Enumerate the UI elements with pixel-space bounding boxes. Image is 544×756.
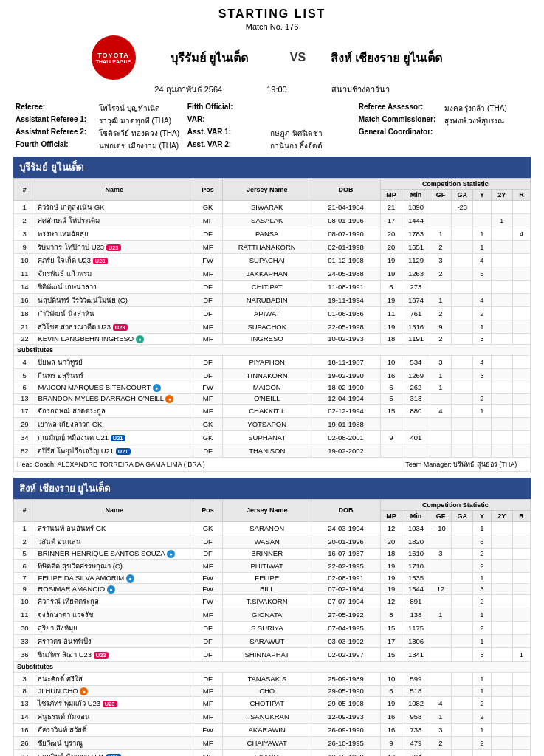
player-ga [452, 281, 473, 294]
player-min: 1820 [402, 535, 430, 548]
fourth-value: นพกเตช เมืองงาม (THA) [97, 140, 185, 152]
player-name: พิษิตติต สุขวิตศรรษกุณา (C) [35, 559, 193, 572]
player-2y [491, 572, 512, 583]
match-header: TOYOTA THAI LEAGUE บุรีรัมย์ ยูไนเต็ด VS… [13, 35, 531, 80]
match-info: 24 กุมภาพันธ์ 2564 19:00 สนามช้างอาร์นา [13, 83, 531, 96]
match-time: 19:00 [266, 85, 287, 94]
player-ga [452, 572, 473, 583]
col-gf-header2: GF [430, 510, 451, 521]
player-name: ชิติพัฒน์ เกษนาลาง [35, 281, 193, 294]
player-r [512, 241, 530, 254]
sub-num: 5 [14, 368, 35, 382]
player-name: KEVIN LANGBEHN INGRESO ● [35, 334, 193, 345]
sub-jersey: T.SANUKRAN [223, 709, 311, 723]
sub-gf [430, 417, 451, 430]
player-name: สุวิโชค สาธรณาดีต U23 U23 [35, 320, 193, 334]
player-min: 1444 [402, 214, 430, 227]
player-pos: FW [193, 583, 223, 594]
player-jersey: T.SIVAKORN [223, 594, 311, 608]
sub-min: 1269 [402, 368, 430, 382]
player-mp: 17 [380, 214, 402, 227]
player-y: 2 [473, 621, 491, 634]
player-ga [452, 254, 473, 267]
sub-dob: 25-09-1989 [311, 672, 380, 685]
sub-y: 2 [473, 709, 491, 723]
player-y: 1 [473, 227, 491, 241]
sub-player-row: 8 JI HUN CHO ● MF CHO 29-05-1990 6 518 1 [14, 685, 531, 696]
sub-name: อปิรัส โพยุปกีจเจริญ U21 U21 [35, 444, 193, 457]
player-min: 1890 [402, 201, 430, 214]
sub-y [473, 444, 491, 457]
sub-num: 14 [14, 709, 35, 723]
player-dob: 08-07-1990 [311, 227, 380, 241]
player-row: 10 ศิวกรณ์ เที่ยดตระกูล FW T.SIVAKORN 07… [14, 594, 531, 608]
player-row: 22 KEVIN LANGBEHN INGRESO ● MF INGRESO 1… [14, 334, 531, 345]
sub-ga [452, 404, 473, 417]
player-name: ศศลักษณ์ โห่ประเดิม [35, 214, 193, 227]
sub-gf: 1 [430, 368, 451, 382]
player-ga [452, 227, 473, 241]
player-jersey: PANSA [223, 227, 311, 241]
col-num-header2: # [14, 499, 35, 521]
sub-r [512, 749, 530, 756]
player-mp: 20 [380, 241, 402, 254]
sub-pos: MF [193, 696, 223, 709]
player-num: 10 [14, 254, 35, 267]
player-min: 1710 [402, 559, 430, 572]
player-num: 1 [14, 201, 35, 214]
player-ga: -23 [452, 201, 473, 214]
player-ga [452, 267, 473, 281]
sub-mp: 15 [380, 404, 402, 417]
player-num: 14 [14, 281, 35, 294]
player-dob: 07-04-1995 [311, 621, 380, 634]
player-gf [430, 281, 451, 294]
asst-var2-value: กานันกร ธิ้งจัดต์ [268, 140, 357, 152]
sub-ga [452, 723, 473, 736]
player-num: 30 [14, 621, 35, 634]
player-gf: 2 [430, 241, 451, 254]
sub-dob: 26-10-1995 [311, 736, 380, 749]
player-row: 21 สุวิโชค สาธรณาดีต U23 U23 MF SUPACHOK… [14, 320, 531, 334]
player-num: 22 [14, 334, 35, 345]
sub-pos: MF [193, 736, 223, 749]
player-row: 7 FELIPE DA SILVA AMORIM ● FW FELIPE 02-… [14, 572, 531, 583]
sub-r [512, 417, 530, 430]
player-name: ศิวกรณ์ เที่ยดตระกูล [35, 594, 193, 608]
sub-gf: 3 [430, 355, 451, 368]
player-r [512, 320, 530, 334]
coach-value: Head Coach: ALEXANDRE TORREIRA DA GAMA L… [14, 457, 402, 471]
sub-jersey: CHAKKIT L [223, 404, 311, 417]
comp-stat-header: Competition Statistic [380, 179, 530, 190]
player-name: นฤปดินทร์ วีรวิวัฒน์โมนัย (C) [35, 294, 193, 307]
col-ga-header2: GA [452, 510, 473, 521]
sub-2y [491, 404, 512, 417]
sub-y: 2 [473, 696, 491, 709]
sub-mp: 19 [380, 696, 402, 709]
player-dob: 07-07-1994 [311, 594, 380, 608]
sub-2y [491, 685, 512, 696]
player-min: 1544 [402, 583, 430, 594]
player-dob: 02-08-1991 [311, 572, 380, 583]
sub-y: 3 [473, 368, 491, 382]
player-jersey: RATTHANAKORN [223, 241, 311, 254]
player-row: 33 ศราวุตร อินทร์เป็ง DF SARAWUT 03-03-1… [14, 634, 531, 647]
player-jersey: SUPACHAI [223, 254, 311, 267]
logo-toyota-text: TOYOTA [97, 52, 129, 59]
player-2y [491, 227, 512, 241]
player-jersey: SHINNAPHAT [223, 647, 311, 661]
col-mp-header2: MP [380, 510, 402, 521]
sub-2y [491, 393, 512, 404]
player-row: 1 สรานนท์ อนุอันทร์ GK GK SARANON 24-03-… [14, 521, 531, 535]
sub-mp: 16 [380, 368, 402, 382]
player-dob: 16-07-1987 [311, 548, 380, 559]
sub-y: 2 [473, 393, 491, 404]
sub-dob: 02-08-2001 [311, 430, 380, 444]
sub-gf: 1 [430, 382, 451, 393]
player-gf [430, 559, 451, 572]
sub-jersey: TANASAK.S [223, 672, 311, 685]
player-name: พรรษา เหมฉัยสุย [35, 227, 193, 241]
player-ga [452, 559, 473, 572]
sub-y: 1 [473, 404, 491, 417]
player-r [512, 634, 530, 647]
col-2y-header2: 2Y [491, 510, 512, 521]
